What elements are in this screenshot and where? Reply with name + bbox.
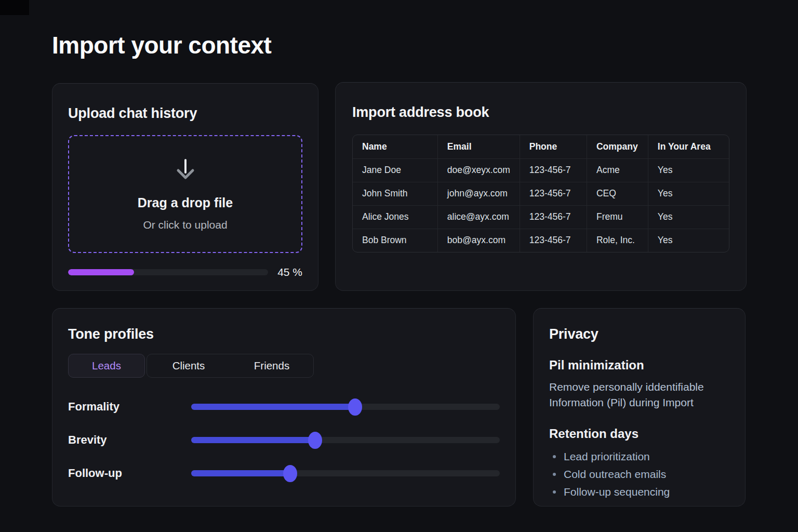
column-header-company: Company: [587, 135, 648, 158]
cell-phone: 123-456-7: [520, 205, 587, 229]
slider-fill: [191, 404, 355, 410]
table-row: Bob Brown bob@ayx.com 123-456-7 Role, In…: [353, 229, 729, 252]
cell-company: CEQ: [587, 182, 648, 205]
address-book-table: Name Email Phone Company In Your Area Ja…: [352, 135, 729, 252]
cell-company: Fremu: [587, 205, 648, 229]
slider-label: Follow-up: [68, 467, 191, 480]
slider-label: Brevity: [68, 433, 191, 447]
column-header-in-your-area: In Your Area: [648, 135, 729, 158]
tab-friends[interactable]: Friends: [230, 354, 313, 377]
slider-row-follow-up: Follow-up: [68, 463, 500, 484]
privacy-card: Privacy Pil minimization Remove personal…: [533, 308, 746, 507]
address-card-title: Import address book: [352, 104, 729, 121]
cell-name: John Smith: [353, 182, 437, 205]
slider-fill: [191, 470, 290, 476]
tab-group: Clients Friends: [147, 354, 314, 378]
cell-name: Bob Brown: [353, 229, 437, 252]
tab-clients[interactable]: Clients: [147, 354, 230, 377]
slider-thumb[interactable]: [283, 465, 297, 482]
upload-progress: 45 %: [68, 266, 302, 278]
cell-phone: 123-456-7: [520, 158, 587, 182]
cell-in-your-area: Yes: [648, 205, 729, 229]
cell-company: Acme: [587, 158, 648, 182]
import-address-book-card: Import address book Name Email Phone Com…: [335, 82, 747, 291]
cell-name: Jane Doe: [353, 158, 437, 182]
progress-track: [68, 269, 268, 275]
cell-name: Alice Jones: [353, 205, 437, 229]
brevity-slider[interactable]: [191, 437, 500, 443]
cell-email: alice@ayx.com: [437, 205, 520, 229]
progress-fill: [68, 269, 134, 275]
dropzone-secondary-text: Or click to upload: [143, 219, 227, 231]
upload-card-title: Upload chat history: [68, 105, 302, 122]
cell-email: john@ayx.com: [437, 182, 520, 205]
cell-phone: 123-456-7: [520, 229, 587, 252]
file-dropzone[interactable]: Drag a drop file Or click to upload: [68, 135, 302, 253]
pii-minimization-description: Remove personally iddentifiable Informat…: [549, 379, 721, 410]
table-row: Alice Jones alice@ayx.com 123-456-7 Frem…: [353, 205, 729, 229]
column-header-phone: Phone: [520, 135, 587, 158]
cell-in-your-area: Yes: [648, 229, 729, 252]
table-row: Jane Doe doe@xeyx.com 123-456-7 Acme Yes: [353, 158, 729, 182]
upload-chat-history-card: Upload chat history Drag a drop file Or …: [52, 83, 318, 291]
column-header-email: Email: [437, 135, 520, 158]
column-header-name: Name: [353, 135, 437, 158]
table-row: John Smith john@ayx.com 123-456-7 CEQ Ye…: [353, 182, 729, 205]
follow-up-slider[interactable]: [191, 470, 500, 476]
slider-row-brevity: Brevity: [68, 430, 500, 450]
cell-company: Role, Inc.: [587, 229, 648, 252]
cell-in-your-area: Yes: [648, 182, 729, 205]
formality-slider[interactable]: [191, 404, 500, 410]
slider-thumb[interactable]: [348, 398, 362, 416]
tone-card-title: Tone profiles: [68, 326, 500, 342]
tone-sliders: Formality Brevity Follow-up: [68, 396, 500, 484]
pii-minimization-heading: Pil minimization: [549, 358, 729, 373]
retention-days-heading: Retention days: [549, 427, 729, 441]
cell-email: doe@xeyx.com: [437, 158, 520, 182]
cell-email: bob@ayx.com: [437, 229, 520, 252]
tone-profiles-card: Tone profiles Leads Clients Friends Form…: [52, 308, 516, 507]
slider-thumb[interactable]: [308, 432, 322, 449]
list-item: Cold outreach emails: [549, 466, 729, 483]
tone-tabs: Leads Clients Friends: [68, 354, 500, 378]
table-header-row: Name Email Phone Company In Your Area: [353, 135, 729, 158]
retention-list: Lead prioritization Cold outreach emails…: [549, 448, 729, 501]
privacy-card-title: Privacy: [549, 326, 729, 342]
arrow-down-icon: [174, 157, 197, 184]
slider-label: Formality: [68, 400, 191, 414]
page-title: Import your context: [52, 31, 271, 59]
slider-row-formality: Formality: [68, 396, 500, 417]
list-item: Lead prioritization: [549, 448, 729, 466]
list-item: Follow-up sequencing: [549, 483, 729, 501]
corner-block: [0, 0, 29, 15]
cell-in-your-area: Yes: [648, 158, 729, 182]
slider-fill: [191, 437, 314, 443]
tab-leads[interactable]: Leads: [68, 354, 145, 378]
progress-percent-label: 45 %: [277, 266, 302, 278]
dropzone-primary-text: Drag a drop file: [138, 195, 233, 210]
cell-phone: 123-456-7: [520, 182, 587, 205]
